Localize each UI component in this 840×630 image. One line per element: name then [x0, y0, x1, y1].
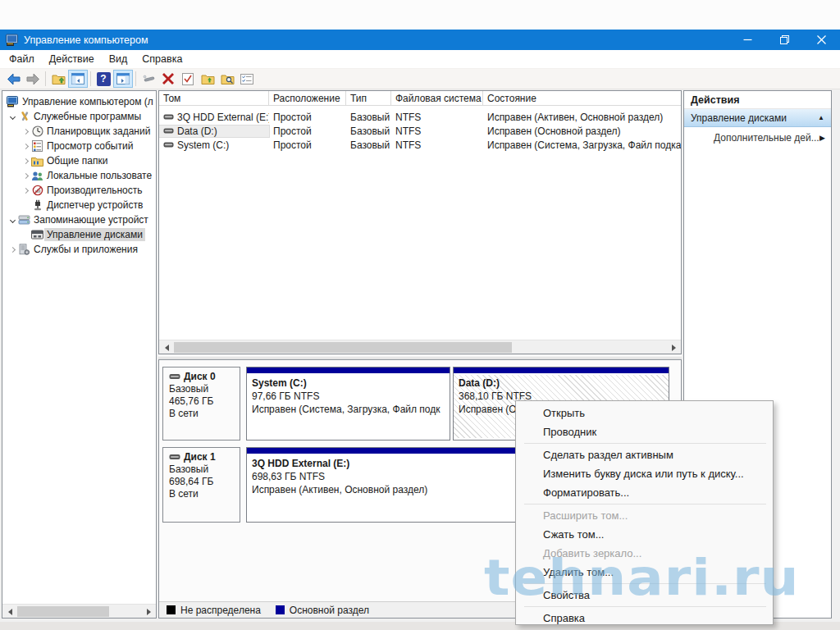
scroll-right-arrow-icon[interactable] — [142, 605, 156, 619]
actions-more-actions[interactable]: Дополнительные дей... ▶ — [684, 127, 831, 148]
chevron-down-icon[interactable] — [7, 218, 17, 222]
partition-color-band — [247, 368, 450, 375]
menu-view[interactable]: Вид — [102, 50, 135, 68]
chevron-right-icon[interactable] — [7, 248, 17, 252]
window-title: Управление компьютером — [24, 34, 729, 46]
disk-1-label[interactable]: Диск 1 Базовый 698,64 ГБ В сети — [162, 447, 240, 523]
toolbar-folder-upload-button[interactable] — [198, 70, 217, 88]
chevron-right-icon[interactable] — [21, 144, 30, 148]
pane-splitter[interactable] — [158, 355, 682, 358]
menu-action[interactable]: Действие — [42, 50, 102, 68]
menu-help[interactable]: Справка — [135, 50, 189, 68]
chevron-right-icon[interactable] — [21, 174, 30, 178]
volume-row-e[interactable]: 3Q HDD External (E:) Простой Базовый NTF… — [159, 110, 681, 124]
tree-item-label: Управление дисками — [44, 228, 145, 241]
performance-icon — [30, 184, 44, 197]
menu-item-format[interactable]: Форматировать... — [516, 483, 773, 502]
menu-separator — [524, 443, 766, 444]
toolbar-separator — [90, 71, 91, 86]
volume-status: Исправен (Активен, Основной раздел) — [483, 112, 681, 123]
tree-item-task-scheduler[interactable]: Планировщик заданий — [2, 124, 156, 139]
menu-item-shrink-volume[interactable]: Сжать том... — [516, 525, 773, 544]
disk-status: В сети — [169, 488, 240, 500]
toolbar-forward-button[interactable] — [23, 70, 43, 88]
menu-item-properties[interactable]: Свойства — [516, 586, 773, 605]
partition-system-c[interactable]: System (C:) 97,66 ГБ NTFS Исправен (Сист… — [246, 367, 450, 441]
toolbar-folder-search-button[interactable] — [217, 70, 237, 88]
menu-item-mark-partition-active[interactable]: Сделать раздел активным — [516, 445, 773, 464]
column-header-volume[interactable]: Том — [159, 91, 269, 105]
close-button[interactable] — [803, 30, 840, 50]
volume-layout: Простой — [269, 126, 346, 137]
console-tree-icon — [71, 73, 84, 84]
restore-button[interactable] — [766, 30, 803, 50]
tree-item-shared-folders[interactable]: Общие папки — [2, 153, 156, 168]
console-tree: Управление компьютером (л Служебные прог… — [2, 91, 156, 257]
toolbar-delete-button[interactable] — [158, 70, 178, 88]
scroll-left-arrow-icon[interactable] — [2, 605, 16, 619]
column-header-filesystem[interactable]: Файловая система — [391, 91, 483, 105]
volume-list-horizontal-scrollbar[interactable] — [159, 340, 681, 354]
toolbar-refresh-button[interactable] — [139, 70, 158, 88]
chevron-right-icon[interactable] — [21, 130, 30, 134]
tree-item-disk-management[interactable]: Управление дисками — [2, 227, 156, 242]
menu-item-open[interactable]: Открыть — [516, 404, 773, 422]
volume-icon — [163, 141, 174, 148]
volume-layout: Простой — [269, 112, 346, 123]
menu-file[interactable]: Файл — [2, 50, 42, 68]
tree-item-event-viewer[interactable]: Просмотр событий — [2, 139, 156, 153]
menu-item-explorer[interactable]: Проводник — [516, 422, 773, 441]
column-header-layout[interactable]: Расположение — [269, 91, 346, 105]
column-header-type[interactable]: Тип — [346, 91, 391, 105]
tree-item-system-tools[interactable]: Служебные программы — [2, 109, 156, 124]
tree-item-services-applications[interactable]: Службы и приложения — [2, 242, 156, 257]
tree-horizontal-scrollbar[interactable] — [2, 604, 156, 618]
toolbar-action-pane-toggle[interactable] — [113, 70, 133, 88]
toolbar-check-document-button[interactable] — [178, 70, 198, 88]
menu-item-help[interactable]: Справка — [516, 609, 773, 628]
volume-row-c[interactable]: System (C:) Простой Базовый NTFS Исправе… — [159, 138, 681, 152]
tree-item-computer-management[interactable]: Управление компьютером (л — [2, 94, 156, 109]
toolbar-help-button[interactable]: ? — [94, 70, 113, 88]
tree-item-performance[interactable]: Производительность — [2, 183, 156, 198]
disk-type: Базовый — [169, 463, 240, 476]
partition-name: Data (D:) — [459, 377, 669, 390]
disk-0-label[interactable]: Диск 0 Базовый 465,76 ГБ В сети — [162, 367, 240, 441]
toolbar-up-level-button[interactable] — [48, 70, 68, 88]
column-header-status[interactable]: Состояние — [483, 91, 681, 105]
menu-item-delete-volume[interactable]: Удалить том... — [516, 563, 773, 582]
tree-item-label: Служебные программы — [31, 110, 144, 123]
tree-item-device-manager[interactable]: Диспетчер устройств — [2, 198, 156, 212]
scroll-right-arrow-icon[interactable] — [667, 340, 681, 354]
delete-x-icon — [162, 73, 174, 84]
toolbar-separator — [135, 71, 136, 86]
chevron-right-icon[interactable] — [21, 189, 30, 193]
forward-arrow-icon — [26, 73, 40, 85]
collapse-arrow-icon[interactable]: ▲ — [818, 114, 824, 121]
scrollbar-thumb[interactable] — [17, 606, 109, 617]
users-icon — [30, 169, 44, 182]
disk-name: Диск 1 — [184, 451, 216, 463]
tree-item-label: Управление компьютером (л — [20, 95, 156, 108]
toolbar-console-tree-toggle[interactable] — [68, 70, 88, 88]
services-icon — [17, 243, 31, 256]
menu-item-change-drive-letter[interactable]: Изменить букву диска или путь к диску... — [516, 464, 773, 483]
toolbar-back-button[interactable] — [3, 70, 23, 88]
actions-group-disk-management[interactable]: Управление дисками ▲ — [684, 109, 831, 127]
volume-row-d[interactable]: Data (D:) Простой Базовый NTFS Исправен … — [159, 124, 681, 138]
back-arrow-icon — [7, 73, 21, 85]
tree-item-local-users-groups[interactable]: Локальные пользовате — [2, 168, 156, 183]
scroll-left-arrow-icon[interactable] — [159, 340, 173, 354]
tree-item-storage[interactable]: Запоминающие устройст — [2, 212, 156, 227]
tree-item-label: Планировщик заданий — [44, 125, 153, 138]
disk-status: В сети — [169, 408, 240, 420]
chevron-right-icon[interactable] — [21, 159, 30, 163]
scrollbar-thumb[interactable] — [174, 342, 512, 353]
minimize-button[interactable] — [729, 30, 766, 50]
volume-status: Исправен (Основной раздел) — [483, 126, 681, 137]
volume-status: Исправен (Система, Загрузка, Файл подка — [483, 139, 681, 151]
toolbar-properties-button[interactable] — [237, 70, 257, 88]
chevron-down-icon[interactable] — [7, 115, 17, 119]
disk-size: 465,76 ГБ — [169, 395, 240, 408]
computer-icon — [6, 95, 20, 108]
